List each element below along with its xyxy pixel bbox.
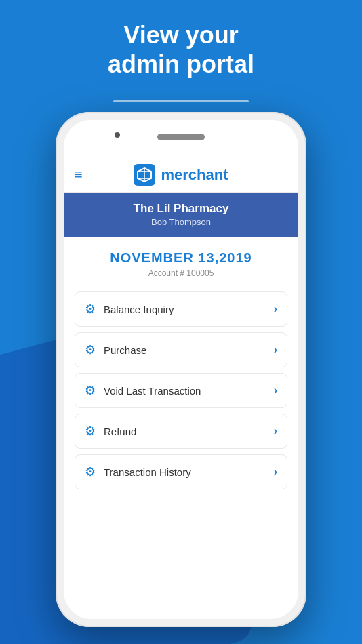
menu-item-purchase[interactable]: ⚙ Purchase ›: [75, 332, 287, 367]
chevron-right-icon-balance: ›: [274, 303, 277, 315]
date-section: NOVEMBER 13,2019 Account # 100005: [75, 250, 287, 278]
app-navbar: ≡ merchant: [64, 157, 298, 193]
menu-label-transaction-history: Transaction History: [104, 466, 191, 478]
account-name: The Lil Pharmacy: [75, 202, 287, 216]
nav-logo-area: merchant: [134, 164, 228, 186]
chevron-right-icon-purchase: ›: [274, 344, 277, 356]
gear-icon-void: ⚙: [85, 383, 96, 398]
account-number: Account # 100005: [75, 268, 287, 278]
speaker: [157, 134, 205, 140]
date-display: NOVEMBER 13,2019: [75, 250, 287, 266]
menu-list: ⚙ Balance Inquiry › ⚙ Purchase ›: [75, 291, 287, 489]
menu-item-refund[interactable]: ⚙ Refund ›: [75, 414, 287, 449]
chevron-right-icon-transaction-history: ›: [274, 466, 277, 478]
nav-title: merchant: [161, 166, 228, 184]
header-divider: [113, 100, 249, 102]
app-content: ≡ merchant The Lil Pharmacy Bob Thompson: [64, 157, 298, 619]
menu-item-transaction-history[interactable]: ⚙ Transaction History ›: [75, 454, 287, 489]
chevron-right-icon-void: ›: [274, 384, 277, 397]
gear-icon-purchase: ⚙: [85, 342, 96, 357]
chevron-right-icon-refund: ›: [274, 425, 277, 437]
phone-notch: [64, 120, 298, 157]
header-line1: View your: [0, 20, 362, 49]
menu-item-balance-inquiry[interactable]: ⚙ Balance Inquiry ›: [75, 291, 287, 327]
main-area: NOVEMBER 13,2019 Account # 100005 ⚙ Bala…: [64, 237, 298, 496]
gear-icon-refund: ⚙: [85, 424, 96, 439]
gear-icon-transaction-history: ⚙: [85, 464, 96, 479]
header-text: View your admin portal: [0, 20, 362, 79]
menu-item-void[interactable]: ⚙ Void Last Transaction ›: [75, 373, 287, 408]
hamburger-icon[interactable]: ≡: [75, 167, 83, 182]
account-user: Bob Thompson: [75, 217, 287, 227]
menu-label-balance: Balance Inquiry: [104, 304, 174, 315]
merchant-logo-icon: [134, 164, 155, 186]
header-line2: admin portal: [0, 49, 362, 79]
menu-label-void: Void Last Transaction: [104, 385, 201, 397]
phone-frame: ≡ merchant The Lil Pharmacy Bob Thompson: [56, 112, 306, 627]
menu-label-purchase: Purchase: [104, 344, 146, 356]
account-banner: The Lil Pharmacy Bob Thompson: [64, 193, 298, 237]
camera-icon: [115, 132, 120, 138]
gear-icon-balance: ⚙: [85, 302, 96, 317]
menu-label-refund: Refund: [104, 426, 136, 437]
phone-inner: ≡ merchant The Lil Pharmacy Bob Thompson: [64, 120, 298, 619]
